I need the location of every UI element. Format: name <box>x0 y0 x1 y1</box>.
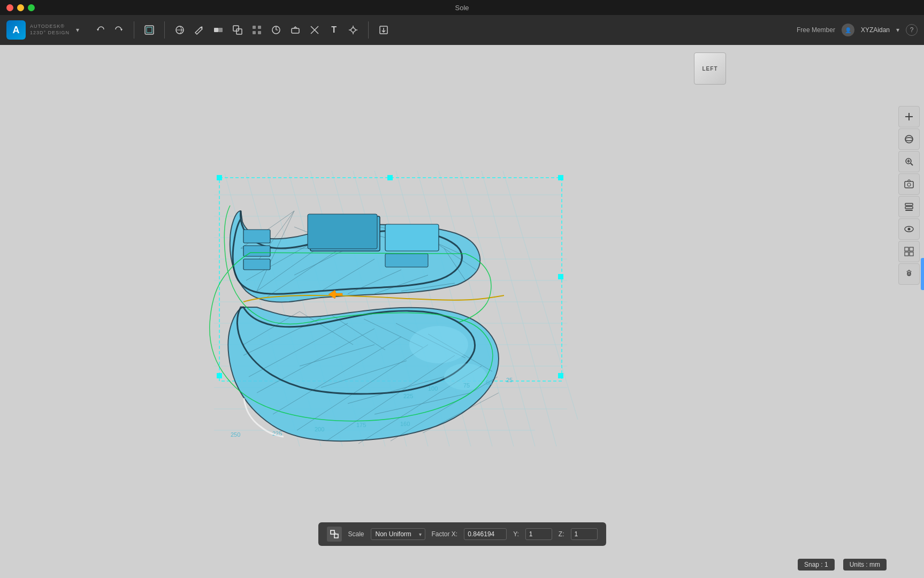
svg-rect-27 <box>0 45 924 578</box>
scale-type-select[interactable]: Non Uniform Uniform <box>370 528 425 540</box>
svg-rect-9 <box>236 29 242 34</box>
svg-text:200: 200 <box>315 426 324 432</box>
sep-2 <box>164 21 165 39</box>
group-button[interactable] <box>210 21 227 39</box>
sep-1 <box>134 21 134 39</box>
orbit-button[interactable] <box>898 128 920 150</box>
scroll-indicator[interactable] <box>921 258 924 290</box>
svg-rect-81 <box>243 230 270 243</box>
svg-point-20 <box>351 28 355 32</box>
redo-button[interactable] <box>110 21 127 39</box>
layers-button[interactable] <box>898 196 920 217</box>
nav-cube-label: LEFT <box>702 66 718 72</box>
svg-marker-0 <box>97 29 99 31</box>
svg-point-132 <box>908 228 911 231</box>
svg-rect-129 <box>905 207 913 209</box>
svg-text:225: 225 <box>403 393 413 399</box>
toolbar-right: Free Member 👤 XYZAidan ▾ ? <box>797 24 918 36</box>
logo-area: A AUTODESK® 123D° DESIGN ▾ <box>6 20 81 40</box>
text-button[interactable]: T <box>325 21 342 39</box>
username-label: XYZAidan <box>861 26 890 34</box>
help-button[interactable]: ? <box>906 24 918 36</box>
undo-redo-group <box>92 21 127 39</box>
zoom-button[interactable] <box>898 151 920 172</box>
svg-rect-135 <box>905 252 908 256</box>
svg-point-127 <box>907 183 911 186</box>
user-avatar: 👤 <box>842 24 854 36</box>
svg-rect-7 <box>218 28 223 32</box>
maximize-button[interactable] <box>28 4 35 11</box>
svg-rect-83 <box>243 259 270 270</box>
svg-rect-11 <box>258 26 261 29</box>
svg-rect-84 <box>385 224 439 251</box>
autodesk-logo: A <box>6 20 26 40</box>
svg-rect-57 <box>217 373 222 378</box>
scale-toolbar: Scale Non Uniform Uniform Factor X: Y: Z… <box>318 522 606 546</box>
svg-rect-3 <box>147 27 152 33</box>
z-input[interactable] <box>571 528 598 540</box>
svg-rect-138 <box>330 530 334 534</box>
canvas-area[interactable]: 250 225 200 175 160 225 100 75 60 25 LEF… <box>0 45 924 578</box>
scale-icon <box>326 527 341 542</box>
svg-rect-126 <box>905 181 913 188</box>
toolbar: A AUTODESK® 123D° DESIGN ▾ <box>0 15 924 45</box>
nav-cube[interactable]: LEFT <box>694 52 731 90</box>
screenshot-button[interactable] <box>898 173 920 195</box>
visibility-button[interactable] <box>898 218 920 240</box>
svg-rect-130 <box>905 210 913 211</box>
svg-rect-6 <box>214 28 218 32</box>
text-icon: T <box>331 25 337 35</box>
combine-button[interactable] <box>229 21 246 39</box>
member-label: Free Member <box>797 26 835 34</box>
brand-name: AUTODESK® <box>30 24 70 30</box>
svg-text:160: 160 <box>400 421 410 427</box>
svg-rect-59 <box>387 175 393 180</box>
primitive-button[interactable] <box>171 21 188 39</box>
right-toolbar <box>894 52 924 571</box>
material-button[interactable] <box>287 21 304 39</box>
modify-button[interactable] <box>190 21 208 39</box>
svg-rect-85 <box>385 254 428 267</box>
viewport: 250 225 200 175 160 225 100 75 60 25 <box>0 45 924 578</box>
user-dropdown-arrow[interactable]: ▾ <box>896 26 899 34</box>
svg-rect-12 <box>253 31 256 34</box>
svg-rect-8 <box>233 26 239 31</box>
svg-rect-58 <box>558 373 563 378</box>
svg-text:100: 100 <box>428 385 438 392</box>
snap-status[interactable]: Snap : 1 <box>798 559 835 571</box>
logo-dropdown[interactable]: ▾ <box>74 25 81 35</box>
svg-rect-134 <box>910 247 913 251</box>
y-input[interactable] <box>525 528 552 540</box>
minimize-button[interactable] <box>17 4 24 11</box>
status-bar: Snap : 1 Units : mm <box>798 559 887 571</box>
units-status[interactable]: Units : mm <box>843 559 887 571</box>
import-button[interactable] <box>375 21 392 39</box>
zoom-fit-button[interactable] <box>898 106 920 127</box>
product-name: 123D° DESIGN <box>30 30 70 36</box>
factor-x-input[interactable] <box>464 528 507 540</box>
undo-button[interactable] <box>92 21 109 39</box>
grid-button[interactable] <box>898 241 920 262</box>
settings-rt-button[interactable] <box>898 263 920 285</box>
snap-button[interactable] <box>345 21 362 39</box>
svg-rect-10 <box>253 26 256 29</box>
construct-button[interactable] <box>306 21 323 39</box>
scale-type-wrapper[interactable]: Non Uniform Uniform <box>370 528 425 540</box>
svg-point-105 <box>409 326 468 363</box>
svg-rect-2 <box>145 26 154 34</box>
svg-rect-55 <box>217 175 222 180</box>
svg-rect-80 <box>308 214 377 249</box>
y-label: Y: <box>513 530 519 538</box>
svg-rect-136 <box>910 252 913 256</box>
measure-button[interactable] <box>268 21 285 39</box>
pattern-button[interactable] <box>248 21 265 39</box>
titlebar: Sole <box>0 0 924 15</box>
nav-cube-box[interactable]: LEFT <box>694 52 726 85</box>
close-button[interactable] <box>6 4 13 11</box>
svg-text:25: 25 <box>506 377 513 383</box>
svg-marker-1 <box>120 29 123 31</box>
brand-text: AUTODESK® 123D° DESIGN <box>30 24 70 36</box>
sketch-button[interactable] <box>141 21 158 39</box>
window-title: Sole <box>455 4 469 12</box>
svg-point-121 <box>905 138 913 141</box>
